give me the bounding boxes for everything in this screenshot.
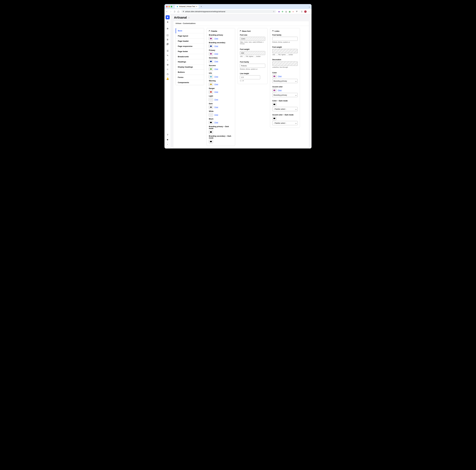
palette-item-label: Branding secondary -- Dark mode bbox=[209, 135, 233, 139]
links-font-family-input[interactable] bbox=[272, 37, 298, 41]
rail-box-icon[interactable]: ◫ bbox=[166, 33, 170, 37]
rail-add-icon[interactable]: ⊕ bbox=[166, 26, 170, 31]
links-card-toggle[interactable]: Links bbox=[272, 30, 298, 32]
links-accent-select[interactable]: Branding primary bbox=[272, 93, 298, 97]
line-height-input[interactable] bbox=[240, 75, 260, 79]
clear-link[interactable]: Clear bbox=[214, 99, 218, 101]
rail-collapse-icon[interactable]: › bbox=[166, 142, 170, 146]
tab-close-icon[interactable]: ✕ bbox=[196, 6, 197, 7]
clear-link[interactable]: Clear bbox=[214, 45, 218, 47]
links-color-dark-select[interactable]: - Palette select - bbox=[272, 107, 298, 111]
vtab-page-footer[interactable]: Page footer bbox=[176, 49, 204, 54]
vtab-page-header[interactable]: Page header bbox=[176, 38, 204, 44]
extensions-menu-icon[interactable]: ⧩ bbox=[296, 11, 298, 13]
palette-swatch[interactable] bbox=[209, 90, 213, 94]
palette-swatch[interactable] bbox=[209, 113, 213, 117]
chrome-menu-icon[interactable]: ⋮ bbox=[308, 11, 310, 13]
links-accent-dark-swatch[interactable] bbox=[272, 117, 276, 120]
side-panel-icon[interactable]: ☰ bbox=[301, 11, 303, 13]
nav-reload-icon[interactable] bbox=[173, 11, 176, 13]
clear-link[interactable]: Clear bbox=[214, 60, 218, 62]
extension-icon[interactable]: ▥ bbox=[285, 11, 287, 13]
rail-help-icon[interactable]: ? bbox=[166, 133, 170, 137]
palette-swatch[interactable] bbox=[209, 67, 213, 71]
basefont-card-toggle[interactable]: Base font bbox=[240, 30, 265, 32]
rail-clock-icon[interactable]: ◷ bbox=[166, 72, 170, 76]
address-bar[interactable]: ⚙ artisan.ddev.site/admin/appearance/set… bbox=[181, 10, 276, 13]
palette-swatch[interactable] bbox=[209, 121, 213, 124]
font-family-input[interactable] bbox=[240, 64, 265, 68]
rail-users-icon[interactable]: ☺ bbox=[166, 67, 170, 71]
rail-star-icon[interactable]: ★ bbox=[166, 20, 170, 24]
clear-link[interactable]: Clear bbox=[214, 106, 218, 108]
vtab-breadcrumb[interactable]: Breadcrumb bbox=[176, 54, 204, 59]
extension-icon[interactable]: ✿ bbox=[281, 11, 284, 13]
palette-swatch[interactable] bbox=[209, 130, 213, 134]
rail-page-icon[interactable]: 🗎 bbox=[166, 38, 170, 42]
palette-card-toggle[interactable]: Palette bbox=[209, 30, 233, 32]
nav-forward-icon[interactable] bbox=[170, 11, 172, 13]
font-size-input[interactable] bbox=[240, 37, 265, 41]
palette-swatch[interactable] bbox=[209, 83, 213, 86]
clear-link[interactable]: Clear bbox=[214, 76, 218, 78]
vtab-headings[interactable]: Headings bbox=[176, 59, 204, 64]
clear-link[interactable]: Clear bbox=[214, 83, 218, 85]
rail-gear-icon[interactable]: ⚙ bbox=[166, 63, 170, 67]
vertical-tabs: Base Page layout Page header Page respon… bbox=[175, 28, 204, 85]
browser-tab[interactable]: Artisanal | Artisan Test ✕ bbox=[175, 5, 199, 8]
window-minimize[interactable] bbox=[169, 6, 170, 7]
clear-link[interactable]: Clear bbox=[214, 53, 218, 55]
palette-swatch[interactable] bbox=[209, 52, 213, 56]
font-weight-input[interactable] bbox=[240, 51, 265, 55]
clear-link[interactable]: Clear bbox=[214, 122, 218, 123]
links-color-dark-swatch[interactable] bbox=[272, 103, 276, 106]
page-favorite-icon[interactable]: ☆ bbox=[188, 16, 190, 19]
font-size-label: Font size bbox=[240, 34, 265, 36]
clear-link[interactable]: Clear bbox=[214, 114, 218, 116]
vtab-page-responsive[interactable]: Page responsive bbox=[176, 44, 204, 49]
vtab-components[interactable]: Components bbox=[176, 80, 204, 85]
site-info-icon[interactable]: ⚙ bbox=[183, 11, 184, 12]
clear-link[interactable]: Clear bbox=[278, 75, 282, 77]
extension-icon[interactable]: ◆ bbox=[278, 11, 280, 13]
rail-doc-icon[interactable]: 🗐 bbox=[166, 42, 170, 46]
clear-link[interactable]: Clear bbox=[214, 91, 218, 93]
palette-swatch[interactable] bbox=[209, 98, 213, 101]
rail-drupal-icon[interactable] bbox=[166, 15, 170, 19]
palette-swatch[interactable] bbox=[209, 75, 213, 78]
extension-icon[interactable]: ∞ bbox=[292, 11, 294, 13]
window-zoom[interactable] bbox=[171, 6, 172, 7]
vtab-forms[interactable]: Forms bbox=[176, 75, 204, 80]
window-close[interactable] bbox=[166, 6, 168, 7]
palette-swatch[interactable] bbox=[209, 44, 213, 48]
vtab-display-headings[interactable]: Display headings bbox=[176, 64, 204, 70]
rail-layers-icon[interactable]: ☰ bbox=[166, 49, 170, 53]
new-tab-button[interactable]: + bbox=[201, 5, 202, 8]
links-color-swatch[interactable] bbox=[272, 74, 276, 78]
clear-link[interactable]: Clear bbox=[214, 68, 218, 70]
vtab-buttons[interactable]: Buttons bbox=[176, 70, 204, 75]
links-decoration-input[interactable] bbox=[272, 61, 298, 66]
clear-link[interactable]: Clear bbox=[278, 89, 282, 91]
vtab-base[interactable]: Base bbox=[176, 28, 204, 33]
rail-puzzle-icon[interactable]: ✧ bbox=[166, 58, 170, 62]
links-font-weight-input[interactable] bbox=[272, 49, 298, 53]
rail-bell-icon[interactable]: 🔔 bbox=[166, 77, 170, 81]
rail-account-icon[interactable]: ☻ bbox=[166, 138, 170, 142]
clear-link[interactable]: Clear bbox=[214, 38, 218, 39]
links-color-select[interactable]: Branding primary bbox=[272, 79, 298, 83]
links-accent-swatch[interactable] bbox=[272, 88, 276, 92]
nav-back-icon[interactable] bbox=[166, 11, 168, 13]
palette-swatch[interactable] bbox=[209, 60, 213, 63]
palette-swatch[interactable] bbox=[209, 140, 213, 143]
profile-avatar[interactable] bbox=[304, 10, 307, 13]
extension-icon[interactable]: ▦ bbox=[289, 11, 291, 13]
bookmark-star-icon[interactable]: ☆ bbox=[273, 11, 275, 13]
palette-swatch[interactable] bbox=[209, 105, 213, 109]
links-accent-dark-select[interactable]: - Palette select - bbox=[272, 121, 298, 125]
vtab-page-layout[interactable]: Page layout bbox=[176, 33, 204, 38]
rail-brush-icon[interactable]: ✎ bbox=[166, 53, 170, 57]
tab-dropdown-icon[interactable]: ⌄ bbox=[308, 5, 310, 8]
palette-swatch[interactable] bbox=[209, 37, 213, 40]
nav-home-icon[interactable] bbox=[177, 11, 179, 13]
